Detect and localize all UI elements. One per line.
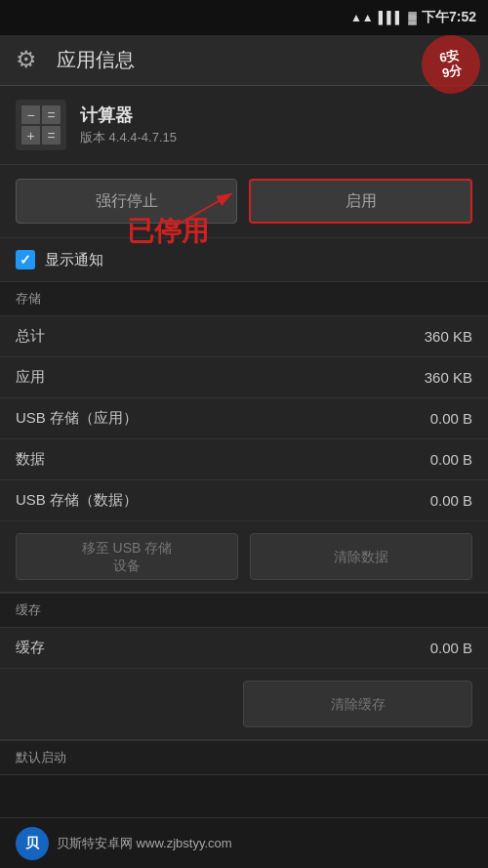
- logo-circle: 贝: [16, 827, 49, 860]
- storage-usb-data-label: USB 存储（数据）: [16, 491, 138, 510]
- stopped-label: 已停用: [127, 213, 209, 250]
- storage-row-usb-data: USB 存储（数据） 0.00 B: [0, 480, 488, 521]
- clear-data-button[interactable]: 清除数据: [250, 533, 472, 580]
- app-details: 计算器 版本 4.4.4-4.7.15: [80, 103, 177, 146]
- cache-action-buttons: 清除缓存: [0, 669, 488, 740]
- status-icons: ▲▲ ▌▌▌ ▓ 下午7:52: [350, 9, 476, 26]
- app-info-section: − = + = 计算器 版本 4.4.4-4.7.15: [0, 86, 488, 165]
- storage-data-label: 数据: [16, 450, 45, 469]
- clear-cache-button[interactable]: 清除缓存: [243, 681, 472, 727]
- storage-usb-app-label: USB 存储（应用）: [16, 409, 138, 428]
- default-startup-section-header: 默认启动: [0, 740, 488, 775]
- storage-app-label: 应用: [16, 368, 45, 387]
- cache-section-body: 缓存 0.00 B: [0, 628, 488, 669]
- cache-section-header: 缓存: [0, 593, 488, 628]
- move-to-usb-button[interactable]: 移至 USB 存储设备: [16, 533, 238, 580]
- notification-checkbox[interactable]: ✓: [16, 250, 35, 269]
- signal-icon: ▌▌▌: [379, 11, 404, 24]
- bottom-logo: 贝 贝斯特安卓网 www.zjbstyy.com: [16, 827, 232, 860]
- cache-row: 缓存 0.00 B: [0, 628, 488, 669]
- storage-row-app: 应用 360 KB: [0, 357, 488, 398]
- storage-app-value: 360 KB: [425, 369, 472, 386]
- status-time: 下午7:52: [422, 9, 476, 26]
- logo-text: 贝斯特安卓网 www.zjbstyy.com: [57, 835, 232, 852]
- battery-icon: ▓: [408, 11, 417, 24]
- app-version: 版本 4.4.4-4.7.15: [80, 129, 177, 146]
- calc-equals2: =: [42, 126, 61, 145]
- storage-section-body: 总计 360 KB 应用 360 KB USB 存储（应用） 0.00 B 数据…: [0, 316, 488, 521]
- gear-icon: ⚙: [16, 46, 45, 75]
- storage-section-title: 存储: [16, 291, 41, 306]
- status-bar: ▲▲ ▌▌▌ ▓ 下午7:52: [0, 0, 488, 35]
- storage-usb-data-value: 0.00 B: [430, 492, 472, 509]
- bottom-bar: 贝 贝斯特安卓网 www.zjbstyy.com: [0, 817, 488, 868]
- cache-value: 0.00 B: [430, 640, 472, 656]
- wifi-icon: ▲▲: [350, 11, 374, 24]
- app-name: 计算器: [80, 103, 177, 127]
- cache-section-title: 缓存: [16, 602, 41, 617]
- watermark-text: 6安9分: [438, 48, 463, 81]
- notification-row: ✓ 显示通知: [0, 238, 488, 282]
- calc-plus: +: [21, 126, 40, 145]
- storage-data-value: 0.00 B: [430, 451, 472, 468]
- storage-row-data: 数据 0.00 B: [0, 439, 488, 480]
- app-icon: − = + =: [16, 100, 66, 150]
- cache-label: 缓存: [16, 639, 45, 657]
- calc-icon-grid: − = + =: [16, 100, 66, 150]
- storage-section-header: 存储: [0, 282, 488, 316]
- storage-row-total: 总计 360 KB: [0, 316, 488, 357]
- storage-total-value: 360 KB: [425, 328, 472, 345]
- default-startup-title: 默认启动: [16, 750, 66, 765]
- enable-button[interactable]: 启用: [249, 179, 472, 224]
- storage-usb-app-value: 0.00 B: [430, 410, 472, 427]
- header: ⚙ 应用信息: [0, 35, 488, 86]
- calc-equals1: =: [42, 105, 61, 124]
- storage-total-label: 总计: [16, 327, 45, 346]
- notification-label: 显示通知: [45, 251, 103, 269]
- storage-row-usb-app: USB 存储（应用） 0.00 B: [0, 398, 488, 439]
- checkmark-icon: ✓: [20, 252, 31, 268]
- page-title: 应用信息: [57, 47, 135, 73]
- logo-initials: 贝: [25, 835, 39, 852]
- action-buttons-row: 强行停止 启用: [0, 165, 488, 238]
- calc-minus: −: [21, 105, 40, 124]
- storage-action-buttons: 移至 USB 存储设备 清除数据: [0, 521, 488, 593]
